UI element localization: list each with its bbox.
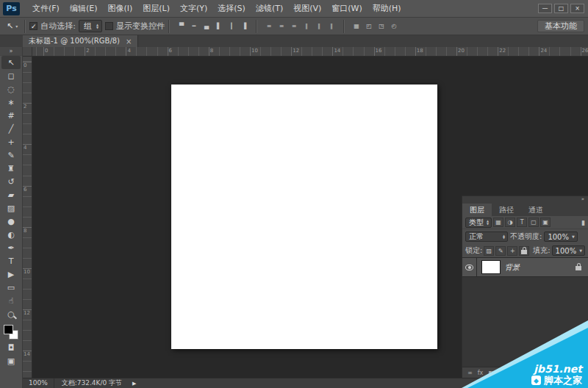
align-bottom-icon[interactable]: ▄ <box>201 21 212 32</box>
filter-type-layer-icon[interactable]: T <box>517 218 527 227</box>
crop-tool[interactable]: # <box>1 109 21 122</box>
align-left-icon[interactable]: ▌ <box>213 21 225 32</box>
clone-stamp-tool[interactable]: ♜ <box>1 162 21 175</box>
menu-item-image[interactable]: 图像(I) <box>102 0 137 18</box>
close-button[interactable]: × <box>570 4 584 13</box>
dodge-tool[interactable]: ◐ <box>1 228 21 241</box>
blur-tool[interactable]: ● <box>1 215 21 228</box>
rotate-3d-icon[interactable]: ◰ <box>363 21 375 32</box>
hand-tool[interactable]: ☝ <box>1 294 21 307</box>
spot-healing-brush-tool[interactable]: + <box>1 135 21 148</box>
tab-channels[interactable]: 通道 <box>521 204 551 216</box>
fill-select[interactable]: 100% ▼ <box>552 245 585 256</box>
menu-item-file[interactable]: 文件(F) <box>27 0 65 18</box>
lock-all-icon[interactable] <box>519 246 529 256</box>
ruler-origin-corner[interactable] <box>23 47 32 57</box>
move-tool[interactable]: ↖ <box>1 56 21 69</box>
adjustment-layer-icon[interactable]: ◑ <box>499 370 504 376</box>
filter-type-select[interactable]: 类型 ▲ ▼ <box>465 218 492 228</box>
opacity-select[interactable]: 100% ▼ <box>544 231 577 242</box>
maximize-button[interactable]: □ <box>554 4 568 13</box>
pan-3d-icon[interactable]: ◴ <box>388 21 400 32</box>
lock-transparency-icon[interactable]: ▨ <box>484 246 494 256</box>
zoom-tool[interactable]: ○ <box>1 307 21 320</box>
screen-mode-button[interactable]: ▣ <box>1 354 21 367</box>
pen-tool[interactable]: ✒ <box>1 241 21 254</box>
distribute-right-icon[interactable]: ∥ <box>326 21 337 32</box>
quick-mask-button[interactable]: ◘ <box>1 341 21 354</box>
collapse-panels-icon[interactable]: » <box>581 196 584 203</box>
menu-item-window[interactable]: 窗口(W) <box>326 0 367 18</box>
tool-preset-picker[interactable]: ↖ ▾ <box>4 21 21 31</box>
status-flyout-icon[interactable]: ▶ <box>132 381 136 387</box>
align-right-icon[interactable]: ▐ <box>238 21 250 32</box>
align-vcenter-icon[interactable]: ━ <box>188 21 200 32</box>
rectangular-marquee-tool[interactable]: ◻ <box>1 69 21 82</box>
align-hcenter-icon[interactable]: ┃ <box>226 21 237 32</box>
menu-item-view[interactable]: 视图(V) <box>288 0 326 18</box>
brush-tool[interactable]: ✎ <box>1 148 21 162</box>
eraser-tool[interactable]: ▰ <box>1 188 21 201</box>
auto-select-target-select[interactable]: 组 ▲ ▼ <box>79 20 102 32</box>
auto-select-checkbox[interactable]: ✓ <box>29 22 37 30</box>
layer-effects-icon[interactable]: fx <box>478 370 484 376</box>
layer-mask-icon[interactable]: ◧ <box>488 370 494 376</box>
ruler-tick-label: 6 <box>24 186 26 193</box>
padlock-icon <box>521 250 527 254</box>
eyedropper-tool[interactable]: ╱ <box>1 122 21 135</box>
vertical-ruler[interactable]: 02468101214 <box>23 57 32 378</box>
filter-shape-icon[interactable]: ▢ <box>528 218 539 227</box>
quick-selection-tool[interactable]: ∗ <box>1 96 21 109</box>
horizontal-type-tool[interactable]: T <box>1 254 21 267</box>
blend-mode-select[interactable]: 正常 ▲ ▼ <box>465 231 508 242</box>
tab-close-icon[interactable]: × <box>126 37 132 46</box>
tab-layers[interactable]: 图层 <box>462 204 492 216</box>
lock-paint-icon[interactable]: ✎ <box>495 246 506 256</box>
new-layer-icon[interactable]: ⊞ <box>520 370 525 376</box>
menu-item-help[interactable]: 帮助(H) <box>368 0 406 18</box>
roll-3d-icon[interactable]: ◳ <box>376 21 387 32</box>
gradient-tool[interactable]: ▨ <box>1 201 21 215</box>
horizontal-ruler[interactable]: 02468101214161820222426 <box>23 47 588 57</box>
tab-paths[interactable]: 路径 <box>492 204 521 216</box>
workspace-switcher-button[interactable]: 基本功能 <box>537 20 584 32</box>
minimize-button[interactable]: — <box>538 4 552 13</box>
filter-smartobject-icon[interactable]: ▣ <box>540 218 551 227</box>
distribute-vcenter-icon[interactable]: ≡ <box>276 21 287 32</box>
lasso-tool[interactable]: ◌ <box>1 82 21 96</box>
document-tab[interactable]: 未标题-1 @ 100%(RGB/8) × <box>23 35 138 47</box>
menu-item-edit[interactable]: 编辑(E) <box>65 0 103 18</box>
filter-adjustment-icon[interactable]: ◑ <box>505 218 515 227</box>
distribute-bottom-icon[interactable]: ≡ <box>288 21 300 32</box>
layer-thumbnail[interactable] <box>481 260 501 274</box>
distribute-top-icon[interactable]: ≡ <box>263 21 275 32</box>
path-selection-tool[interactable]: ▶ <box>1 267 21 281</box>
menu-item-select[interactable]: 选择(S) <box>212 0 251 18</box>
collapse-toolbar-icon[interactable]: » <box>0 47 22 56</box>
blend-row: 正常 ▲ ▼ 不透明度: 100% ▼ <box>462 229 588 244</box>
auto-align-icon[interactable]: ▦ <box>351 21 362 32</box>
history-brush-tool[interactable]: ↺ <box>1 175 21 188</box>
align-top-icon[interactable]: ▀ <box>176 21 187 32</box>
visibility-toggle[interactable] <box>462 258 477 276</box>
menu-item-layer[interactable]: 图层(L) <box>137 0 175 18</box>
foreground-color-swatch[interactable] <box>4 325 13 334</box>
layer-group-icon[interactable]: ▤ <box>509 370 515 376</box>
canvas[interactable] <box>171 85 437 349</box>
layer-row-background[interactable]: 背景 <box>462 258 588 277</box>
delete-layer-icon[interactable]: ⊠ <box>530 370 535 376</box>
menu-item-filter[interactable]: 滤镜(T) <box>251 0 288 18</box>
menu-item-type[interactable]: 文字(Y) <box>175 0 212 18</box>
path-selection-tool-icon: ▶ <box>8 270 14 279</box>
ruler-tick-label: 16 <box>374 48 382 54</box>
filter-pixel-icon[interactable]: ▦ <box>493 218 503 227</box>
show-transform-checkbox[interactable] <box>105 22 113 30</box>
distribute-left-icon[interactable]: ∥ <box>301 21 312 32</box>
ruler-tick-label: 0 <box>43 48 48 54</box>
lock-position-icon[interactable]: + <box>507 246 517 256</box>
zoom-level-field[interactable]: 100% <box>23 378 54 388</box>
rectangle-tool[interactable]: ▭ <box>1 281 21 294</box>
filter-toggle-icon[interactable]: ▮ <box>581 219 585 226</box>
link-layers-icon[interactable]: ∞ <box>467 370 473 376</box>
distribute-hcenter-icon[interactable]: ∥ <box>313 21 325 32</box>
